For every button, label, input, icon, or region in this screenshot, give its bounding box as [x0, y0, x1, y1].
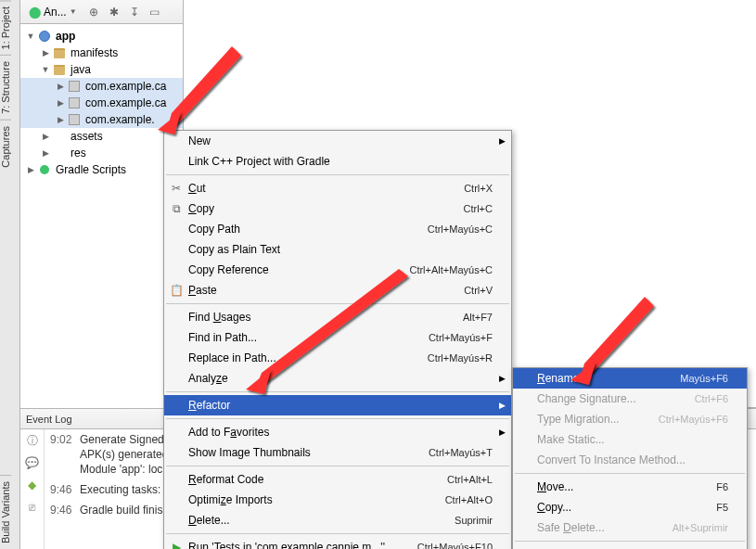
menu-find-usages[interactable]: Find UsagesAlt+F7 — [164, 307, 511, 327]
menu-cut[interactable]: ✂CutCtrl+X — [164, 178, 511, 198]
tab-captures[interactable]: Captures — [0, 120, 11, 173]
menu-new[interactable]: New▶ — [164, 131, 511, 151]
menu-separator — [166, 391, 509, 392]
tree-node-package-1[interactable]: ▶com.example.ca — [20, 78, 183, 95]
info-icon[interactable]: ⓘ — [25, 433, 40, 448]
menu-copy-path[interactable]: Copy PathCtrl+Mayús+C — [164, 219, 511, 239]
collapse-icon[interactable]: ⊕ — [85, 4, 102, 20]
tree-node-package-3[interactable]: ▶com.example. — [20, 111, 183, 128]
project-view-label: An... — [44, 6, 67, 19]
settings-gear-icon[interactable]: ✱ — [106, 4, 122, 20]
submenu-change-signature: Change Signature...Ctrl+F6 — [513, 389, 747, 409]
menu-refactor[interactable]: Refactor▶ — [164, 395, 511, 415]
project-tree: ▼app ▶manifests ▼java ▶com.example.ca ▶c… — [20, 24, 183, 182]
submenu-extract[interactable]: Extract▶ — [513, 544, 747, 549]
submenu-type-migration: Type Migration...Ctrl+Mayús+F6 — [513, 409, 747, 429]
submenu-rename[interactable]: Rename...Mayús+F6 — [513, 368, 747, 389]
project-panel: ⬤ An... ▼ ⊕ ✱ ↧ ▭ ▼app ▶manifests ▼java … — [20, 0, 184, 408]
submenu-safe-delete: Safe Delete...Alt+Suprimir — [513, 517, 747, 538]
tab-structure[interactable]: 7: Structure — [0, 55, 11, 120]
android-icon[interactable]: ◆ — [25, 478, 40, 492]
menu-replace-in-path[interactable]: Replace in Path...Ctrl+Mayús+R — [164, 348, 511, 368]
event-log-toolbar: ⓘ 💬 ◆ ⎚ — [20, 429, 45, 549]
submenu-arrow-icon: ▶ — [499, 374, 506, 383]
menu-copy[interactable]: ⧉CopyCtrl+C — [164, 198, 511, 219]
tree-node-manifests[interactable]: ▶manifests — [20, 45, 183, 61]
menu-copy-reference[interactable]: Copy ReferenceCtrl+Alt+Mayús+C — [164, 260, 511, 280]
project-toolbar: ⬤ An... ▼ ⊕ ✱ ↧ ▭ — [20, 0, 183, 24]
menu-separator — [166, 174, 509, 175]
filter-icon[interactable]: ⎚ — [25, 500, 40, 515]
menu-separator — [166, 466, 509, 466]
cut-icon: ✂ — [169, 182, 184, 195]
hide-icon[interactable]: ▭ — [147, 4, 163, 20]
run-icon: ▶ — [169, 541, 184, 549]
menu-link-cpp[interactable]: Link C++ Project with Gradle — [164, 151, 511, 172]
menu-run-tests[interactable]: ▶Run 'Tests in 'com.example.cannie.m...'… — [164, 537, 511, 549]
menu-reformat[interactable]: Reformat CodeCtrl+Alt+L — [164, 469, 511, 490]
event-log-content: 9:02Generate Signed A APK(s) generated M… — [45, 429, 179, 549]
menu-analyze[interactable]: Analyze▶ — [164, 368, 511, 389]
menu-separator — [166, 418, 509, 419]
left-tool-rail: 1: Project 7: Structure Captures Build V… — [0, 0, 20, 549]
folder-icon — [52, 130, 67, 143]
package-icon — [67, 96, 82, 109]
menu-add-favorites[interactable]: Add to Favorites▶ — [164, 422, 511, 442]
tree-node-gradle[interactable]: ▶Gradle Scripts — [20, 161, 183, 178]
submenu-arrow-icon: ▶ — [499, 136, 506, 146]
submenu-make-static: Make Static... — [513, 429, 747, 450]
balloon-icon[interactable]: 💬 — [25, 455, 40, 470]
tree-node-java[interactable]: ▼java — [20, 61, 183, 78]
tree-node-package-2[interactable]: ▶com.example.ca — [20, 95, 183, 111]
copy-icon: ⧉ — [169, 202, 184, 215]
submenu-move[interactable]: Move...F6 — [513, 477, 747, 497]
menu-find-in-path[interactable]: Find in Path...Ctrl+Mayús+F — [164, 327, 511, 348]
module-icon — [37, 30, 52, 43]
tree-node-res[interactable]: ▶res — [20, 145, 183, 161]
submenu-convert-instance: Convert To Instance Method... — [513, 450, 747, 470]
menu-separator — [166, 533, 509, 534]
submenu-arrow-icon: ▶ — [499, 401, 506, 410]
refactor-submenu: Rename...Mayús+F6 Change Signature...Ctr… — [512, 367, 748, 549]
menu-separator — [515, 473, 745, 474]
package-icon — [67, 80, 82, 93]
folder-icon — [52, 46, 67, 59]
submenu-arrow-icon: ▶ — [499, 428, 506, 437]
tree-node-assets[interactable]: ▶assets — [20, 128, 183, 145]
submenu-copy[interactable]: Copy...F5 — [513, 497, 747, 517]
tree-node-app[interactable]: ▼app — [20, 28, 183, 45]
menu-copy-plain[interactable]: Copy as Plain Text — [164, 239, 511, 260]
folder-icon — [52, 147, 67, 160]
paste-icon: 📋 — [169, 284, 184, 297]
context-menu: New▶ Link C++ Project with Gradle ✂CutCt… — [163, 130, 512, 549]
folder-icon — [52, 63, 67, 76]
menu-delete[interactable]: Delete...Suprimir — [164, 510, 511, 530]
menu-optimize-imports[interactable]: Optimize ImportsCtrl+Alt+O — [164, 490, 511, 510]
project-view-dropdown[interactable]: ⬤ An... ▼ — [24, 4, 82, 20]
menu-separator — [166, 303, 509, 304]
menu-show-thumbnails[interactable]: Show Image ThumbnailsCtrl+Mayús+T — [164, 442, 511, 463]
tab-build-variants[interactable]: Build Variants — [0, 475, 11, 549]
menu-separator — [515, 541, 745, 542]
package-icon — [67, 113, 82, 126]
gradle-icon — [37, 163, 52, 176]
tab-project[interactable]: 1: Project — [0, 0, 11, 55]
autoscroll-icon[interactable]: ↧ — [126, 4, 143, 20]
menu-paste[interactable]: 📋PasteCtrl+V — [164, 280, 511, 300]
